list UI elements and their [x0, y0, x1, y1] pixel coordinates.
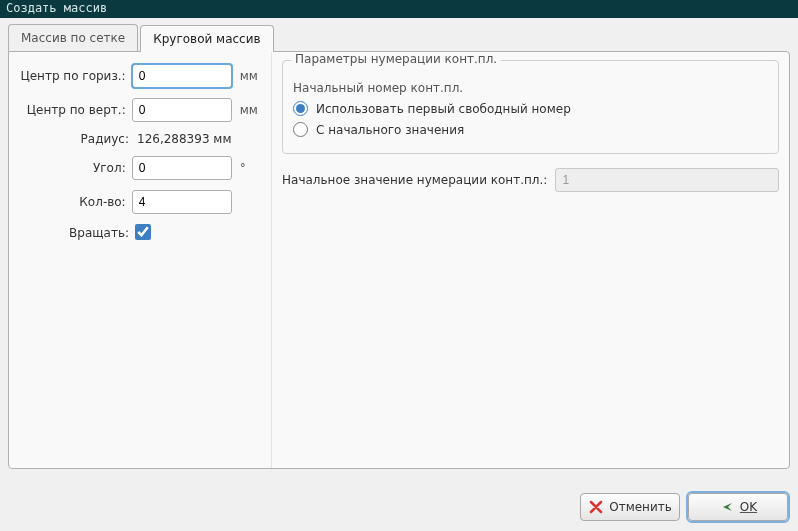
rotate-label: Вращать: [19, 226, 135, 240]
numbering-panel: Параметры нумерации конт.пл. Начальный н… [271, 52, 789, 468]
center-vertical-label: Центр по верт.: [19, 103, 132, 117]
radio-from-start-label: С начального значения [316, 123, 464, 137]
start-value-label: Начальное значение нумерации конт.пл.: [282, 173, 547, 187]
dialog-window: Массив по сетке Круговой массив Центр по… [0, 18, 798, 531]
radio-first-free-label: Использовать первый свободный номер [316, 102, 571, 116]
center-vertical-input[interactable] [132, 98, 232, 122]
angle-input[interactable] [132, 156, 232, 180]
tab-grid-array[interactable]: Массив по сетке [8, 24, 138, 51]
cancel-button[interactable]: Отменить [580, 493, 680, 521]
rotate-checkbox[interactable] [135, 224, 151, 240]
radius-label: Радиус: [19, 132, 135, 146]
radio-from-start[interactable] [293, 122, 308, 137]
center-horizontal-input[interactable] [132, 64, 232, 88]
numbering-group-title: Параметры нумерации конт.пл. [291, 52, 501, 66]
radius-value: 126,288393 мм [135, 132, 231, 146]
angle-unit: ° [232, 161, 261, 175]
tab-panel: Центр по гориз.: мм Центр по верт.: мм Р… [8, 51, 790, 469]
count-input[interactable] [132, 190, 232, 214]
angle-label: Угол: [19, 161, 132, 175]
center-horizontal-unit: мм [232, 69, 261, 83]
count-label: Кол-во: [19, 195, 132, 209]
dialog-button-bar: Отменить OK [0, 487, 798, 531]
ok-icon [719, 499, 735, 515]
circular-params-panel: Центр по гориз.: мм Центр по верт.: мм Р… [9, 52, 271, 468]
tab-circular-array[interactable]: Круговой массив [140, 25, 273, 52]
cancel-button-label: Отменить [609, 500, 672, 514]
initial-number-title: Начальный номер конт.пл. [293, 81, 768, 95]
cancel-icon [588, 499, 604, 515]
ok-button[interactable]: OK [688, 493, 788, 521]
center-vertical-unit: мм [232, 103, 261, 117]
start-value-input [555, 168, 779, 192]
center-horizontal-label: Центр по гориз.: [19, 69, 132, 83]
numbering-groupbox: Параметры нумерации конт.пл. Начальный н… [282, 60, 779, 154]
ok-button-label: OK [740, 500, 757, 514]
window-title: Создать массив [0, 0, 798, 18]
radio-first-free[interactable] [293, 101, 308, 116]
tab-bar: Массив по сетке Круговой массив [8, 24, 790, 51]
